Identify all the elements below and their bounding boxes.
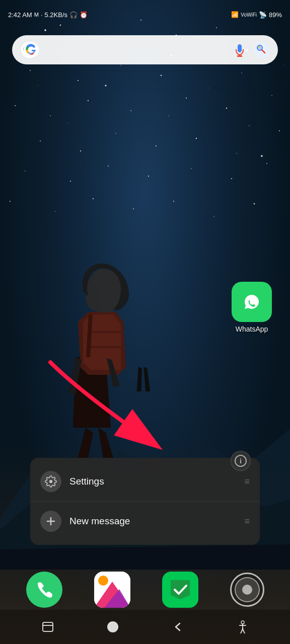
svg-rect-76	[43, 622, 53, 631]
svg-point-34	[10, 201, 11, 202]
svg-point-32	[231, 178, 232, 179]
svg-point-33	[266, 163, 267, 164]
svg-point-23	[156, 145, 157, 146]
nav-recents-button[interactable]	[38, 617, 58, 637]
svg-point-5	[216, 27, 217, 28]
whatsapp-label: WhatsApp	[236, 325, 268, 333]
settings-gear-icon	[45, 475, 57, 488]
new-message-icon-circle	[40, 511, 61, 532]
nav-accessibility-button[interactable]	[233, 617, 253, 637]
dock-camera-button[interactable]	[230, 573, 264, 607]
svg-point-10	[161, 75, 162, 76]
svg-point-15	[88, 100, 89, 101]
wifi-icon: 📡	[259, 11, 267, 19]
svg-point-21	[80, 150, 81, 151]
settings-icon-circle	[40, 471, 61, 492]
context-menu: Settings ≡ New message ≡	[30, 458, 260, 545]
dot-separator: ·	[41, 11, 43, 19]
accessibility-icon	[236, 620, 249, 633]
svg-point-13	[15, 105, 16, 106]
svg-point-47	[284, 65, 284, 65]
svg-point-24	[196, 138, 197, 139]
info-icon: i	[234, 454, 247, 467]
status-left: 2:42 AM M · 5.2KB/s 🎧 ⏰	[8, 11, 88, 19]
svg-point-46	[168, 115, 169, 116]
new-message-label: New message	[69, 516, 236, 527]
google-g-icon	[22, 41, 40, 59]
svg-line-61	[262, 50, 265, 53]
svg-text:i: i	[240, 457, 242, 465]
nav-back-button[interactable]	[168, 617, 188, 637]
nav-home-button[interactable]	[103, 617, 123, 637]
svg-point-12	[241, 72, 242, 73]
svg-point-43	[208, 88, 209, 88]
plus-icon	[45, 515, 57, 527]
svg-point-41	[37, 85, 38, 86]
headphone-icon: 🎧	[69, 11, 78, 19]
whatsapp-logo	[238, 288, 266, 316]
phone-icon	[35, 580, 54, 599]
status-bar: 2:42 AM M · 5.2KB/s 🎧 ⏰ 📶 VoWiFi 📡 89%	[0, 0, 290, 25]
svg-point-19	[271, 95, 272, 96]
arrow-indicator	[40, 352, 191, 473]
svg-point-67	[49, 480, 52, 483]
dock-phone-button[interactable]	[26, 572, 62, 608]
svg-point-9	[120, 65, 121, 66]
dock-keep-button[interactable]	[162, 572, 198, 608]
new-message-drag-handle: ≡	[244, 517, 250, 526]
time: 2:42 AM	[8, 11, 32, 19]
svg-point-20	[40, 140, 41, 141]
whatsapp-icon-circle	[232, 282, 272, 322]
svg-point-22	[115, 133, 116, 134]
status-right: 📶 VoWiFi 📡 89%	[231, 11, 282, 19]
svg-point-8	[78, 80, 79, 81]
svg-point-16	[130, 110, 131, 111]
svg-point-49	[44, 29, 46, 31]
lens-search-button[interactable]	[254, 42, 270, 58]
alarm-icon: ⏰	[80, 11, 88, 19]
svg-point-14	[50, 115, 51, 116]
svg-point-26	[279, 130, 280, 131]
svg-point-73	[98, 576, 108, 586]
nav-bar	[0, 610, 290, 644]
speed: 5.2KB/s	[45, 11, 68, 19]
signal-icon: 📶	[231, 11, 239, 18]
app-info-button[interactable]: i	[231, 451, 251, 471]
svg-point-52	[261, 155, 263, 157]
voice-search-button[interactable]	[232, 42, 248, 58]
context-menu-new-message[interactable]: New message ≡	[30, 502, 260, 541]
dock	[0, 570, 290, 610]
svg-point-31	[191, 168, 192, 169]
vowifi-icon: VoWiFi	[241, 12, 257, 18]
svg-point-40	[254, 203, 255, 204]
settings-drag-handle: ≡	[244, 477, 250, 486]
battery: 89%	[269, 11, 282, 19]
whatsapp-app-icon[interactable]: WhatsApp	[232, 282, 272, 333]
context-menu-settings[interactable]: Settings ≡	[30, 462, 260, 502]
svg-point-18	[226, 108, 227, 109]
svg-point-17	[186, 98, 187, 99]
svg-point-45	[67, 123, 68, 123]
svg-point-44	[249, 125, 250, 126]
carrier-icon: M	[34, 12, 39, 18]
keep-icon	[168, 578, 192, 602]
dock-gallery-button[interactable]	[94, 572, 130, 608]
search-bar[interactable]: G	[12, 35, 278, 64]
recents-icon	[41, 621, 55, 632]
svg-point-51	[105, 85, 107, 87]
svg-point-7	[30, 70, 31, 71]
svg-point-25	[236, 153, 237, 153]
svg-point-39	[213, 216, 214, 217]
settings-label: Settings	[69, 476, 236, 487]
mic-icon	[233, 43, 247, 57]
lens-icon	[256, 44, 268, 56]
back-icon	[172, 621, 183, 632]
gallery-icon	[94, 572, 130, 608]
svg-point-62	[258, 46, 260, 48]
